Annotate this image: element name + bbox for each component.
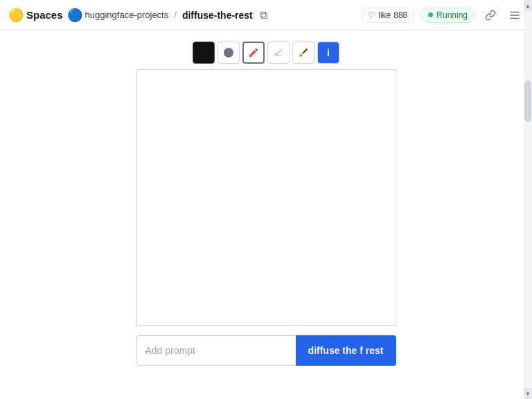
info-icon: i — [327, 47, 330, 58]
header-icons: ♡ like 888 Running — [362, 6, 524, 24]
like-badge[interactable]: ♡ like 888 — [362, 8, 414, 23]
diffuse-button[interactable]: diffuse the f rest — [296, 335, 396, 366]
spaces-label: Spaces — [26, 9, 63, 21]
gray-color-button[interactable] — [218, 42, 240, 64]
brush-icon — [298, 47, 309, 58]
pencil-tool-button[interactable] — [242, 42, 265, 64]
drawing-toolbar: i — [193, 42, 339, 64]
eraser-icon — [273, 47, 284, 58]
like-label: like — [378, 10, 391, 20]
black-color-button[interactable] — [193, 42, 215, 64]
menu-icon-button[interactable] — [506, 6, 524, 24]
svg-rect-3 — [274, 55, 283, 56]
like-icon: ♡ — [368, 10, 375, 20]
scrollbar-thumb[interactable] — [524, 80, 531, 122]
header: 🟡 Spaces 🔵 huggingface-projects / diffus… — [0, 0, 532, 30]
spaces-logo[interactable]: 🟡 Spaces — [8, 8, 63, 23]
scrollbar-up-arrow[interactable]: ▲ — [524, 0, 532, 11]
gray-circle-icon — [224, 48, 233, 57]
link-icon-button[interactable] — [482, 7, 499, 24]
like-count: 888 — [393, 10, 407, 20]
copy-icon-button[interactable]: ⧉ — [257, 6, 270, 24]
spaces-emoji: 🟡 — [8, 8, 24, 23]
brush-tool-button[interactable] — [292, 42, 314, 64]
prompt-input[interactable] — [136, 335, 296, 366]
running-badge: Running — [420, 8, 475, 23]
running-label: Running — [436, 10, 468, 20]
running-dot — [428, 12, 433, 17]
info-tool-button[interactable]: i — [317, 42, 339, 64]
pencil-icon — [248, 47, 259, 58]
copy-icon: ⧉ — [260, 9, 267, 21]
scrollbar: ▲ ▼ — [524, 0, 532, 399]
eraser-tool-button[interactable] — [267, 42, 290, 64]
repo-name[interactable]: diffuse-the-rest — [182, 10, 253, 21]
org-emoji: 🔵 — [67, 8, 82, 23]
bottom-bar: diffuse the f rest — [136, 335, 396, 366]
header-left: 🟡 Spaces 🔵 huggingface-projects / diffus… — [8, 6, 356, 24]
link-icon — [485, 10, 496, 21]
scrollbar-down-arrow[interactable]: ▼ — [524, 388, 532, 399]
main-content: i diffuse the f rest — [0, 30, 532, 399]
org-name: huggingface-projects — [85, 10, 169, 20]
drawing-canvas[interactable] — [136, 69, 396, 326]
breadcrumb-slash: / — [172, 10, 178, 20]
breadcrumb-org: 🔵 huggingface-projects — [67, 8, 169, 23]
menu-icon — [508, 9, 521, 21]
